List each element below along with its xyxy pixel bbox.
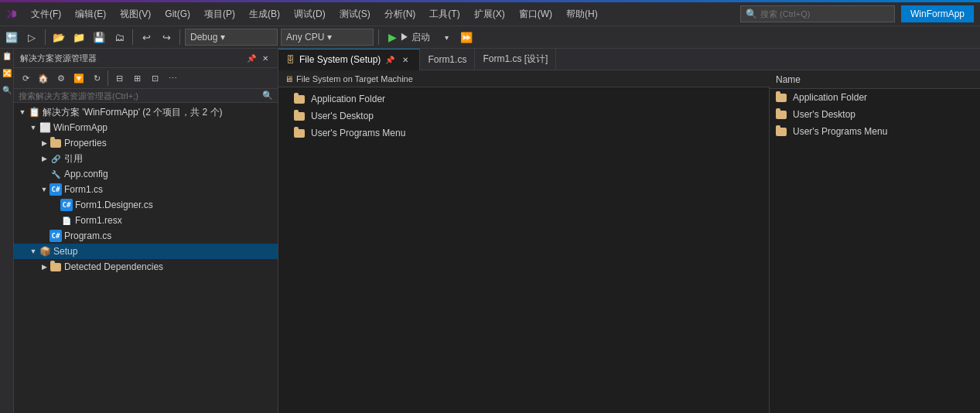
open-btn[interactable]: 📁 bbox=[70, 29, 87, 46]
tree-form1designer[interactable]: C# Form1.Designer.cs bbox=[14, 197, 278, 213]
props-appfolder-label: Application Folder bbox=[793, 92, 867, 103]
resx-icon: 📄 bbox=[60, 214, 73, 227]
expand-btn[interactable]: ⊞ bbox=[128, 70, 145, 87]
side-explorer-icon[interactable]: 📋 bbox=[2, 52, 12, 63]
menu-build[interactable]: 生成(B) bbox=[243, 5, 286, 24]
undo-btn[interactable]: ↩ bbox=[138, 29, 155, 46]
forward-btn[interactable]: ▷ bbox=[23, 29, 40, 46]
solution-explorer-panel: 解决方案资源管理器 📌 ✕ ⟳ 🏠 ⚙ 🔽 ↻ ⊟ ⊞ ⊡ ⋯ 🔍 ▼ bbox=[14, 49, 278, 413]
panel-search[interactable]: 🔍 bbox=[14, 89, 278, 103]
tree-solution[interactable]: ▼ 📋 解决方案 'WinFormApp' (2 个项目，共 2 个) bbox=[14, 104, 278, 120]
form1designer-label: Form1.Designer.cs bbox=[75, 200, 153, 210]
form1designer-icon: C# bbox=[60, 199, 73, 211]
menu-debug[interactable]: 调试(D) bbox=[288, 5, 332, 24]
settings-btn[interactable]: ⚙ bbox=[53, 70, 70, 87]
menu-help[interactable]: 帮助(H) bbox=[560, 5, 604, 24]
back-btn[interactable]: 🔙 bbox=[3, 29, 20, 46]
side-strip: 📋 🔀 🔍 bbox=[0, 49, 14, 413]
props-appfolder-icon bbox=[776, 94, 787, 102]
more-btn[interactable]: ⋯ bbox=[164, 70, 181, 87]
setup-icon: 📦 bbox=[39, 245, 51, 258]
fs-header-label: File System on Target Machine bbox=[296, 74, 413, 84]
panel-header: 解决方案资源管理器 📌 ✕ bbox=[14, 49, 278, 68]
menu-git[interactable]: Git(G) bbox=[159, 5, 196, 22]
menu-tools[interactable]: 工具(T) bbox=[423, 5, 466, 24]
tree-form1resx[interactable]: 📄 Form1.resx bbox=[14, 213, 278, 228]
main-layout: 📋 🔀 🔍 解决方案资源管理器 📌 ✕ ⟳ 🏠 ⚙ 🔽 ↻ ⊟ ⊞ ⊡ ⋯ � bbox=[0, 49, 980, 413]
arrow-setup: ▼ bbox=[28, 246, 39, 257]
collapse-btn[interactable]: ⊟ bbox=[111, 70, 128, 87]
props-programs-label: User's Programs Menu bbox=[793, 126, 887, 137]
vs-logo-icon bbox=[6, 8, 19, 20]
desktop-icon bbox=[294, 112, 305, 121]
props-item-appfolder[interactable]: Application Folder bbox=[770, 89, 980, 106]
tree-programcs[interactable]: C# Program.cs bbox=[14, 228, 278, 244]
arrow-solution: ▼ bbox=[17, 107, 28, 118]
menu-analyze[interactable]: 分析(N) bbox=[378, 5, 422, 24]
arrow-ref: ▶ bbox=[39, 153, 50, 164]
cpu-target-dropdown[interactable]: Any CPU ▾ bbox=[281, 29, 374, 46]
step-over-btn[interactable]: ⏩ bbox=[458, 29, 475, 46]
props-header-label: Name bbox=[776, 74, 801, 85]
side-search-icon[interactable]: 🔍 bbox=[2, 86, 12, 97]
tab-form1cs[interactable]: Form1.cs bbox=[420, 49, 475, 70]
run-button[interactable]: ▶ ▶ 启动 bbox=[384, 29, 435, 46]
search-box[interactable]: 🔍 bbox=[740, 5, 895, 22]
home-btn[interactable]: 🏠 bbox=[35, 70, 52, 87]
fs-item-appfolder[interactable]: Application Folder bbox=[278, 90, 769, 108]
tree-form1cs[interactable]: ▼ C# Form1.cs bbox=[14, 182, 278, 197]
appfolder-label: Application Folder bbox=[311, 94, 385, 104]
project-icon: ⬜ bbox=[39, 121, 51, 134]
pin-icon-tab: 📌 bbox=[385, 56, 394, 64]
props-item-programs[interactable]: User's Programs Menu bbox=[770, 123, 980, 140]
fs-item-programs[interactable]: User's Programs Menu bbox=[278, 125, 769, 142]
arrow-form1: ▼ bbox=[39, 184, 50, 195]
refresh-btn[interactable]: ↻ bbox=[88, 70, 105, 87]
menu-test[interactable]: 测试(S) bbox=[333, 5, 377, 24]
menu-edit[interactable]: 编辑(E) bbox=[69, 5, 112, 24]
form1cs-label: Form1.cs bbox=[64, 184, 103, 195]
search-input[interactable] bbox=[760, 9, 884, 19]
close-panel-icon[interactable]: ✕ bbox=[259, 52, 271, 64]
props-item-desktop[interactable]: User's Desktop bbox=[770, 106, 980, 123]
props-desktop-label: User's Desktop bbox=[793, 109, 855, 120]
deps-label: Detected Dependencies bbox=[64, 261, 163, 272]
panel-toolbar: ⟳ 🏠 ⚙ 🔽 ↻ ⊟ ⊞ ⊡ ⋯ bbox=[14, 68, 278, 89]
sync-btn[interactable]: ⟳ bbox=[17, 70, 34, 87]
panel-title: 解决方案资源管理器 bbox=[20, 53, 242, 64]
tree-references[interactable]: ▶ 🔗 引用 bbox=[14, 151, 278, 166]
side-git-icon[interactable]: 🔀 bbox=[2, 69, 12, 80]
run-dropdown-btn[interactable]: ▾ bbox=[438, 29, 455, 46]
props-btn[interactable]: ⊡ bbox=[146, 70, 163, 87]
solution-search-input[interactable] bbox=[19, 91, 259, 101]
menu-project[interactable]: 项目(P) bbox=[198, 5, 241, 24]
tree-setup[interactable]: ▼ 📦 Setup bbox=[14, 244, 278, 259]
new-project-btn[interactable]: 📂 bbox=[50, 29, 67, 46]
fs-item-desktop[interactable]: User's Desktop bbox=[278, 108, 769, 125]
tree-project-winformapp[interactable]: ▼ ⬜ WinFormApp bbox=[14, 120, 278, 135]
filter-btn[interactable]: 🔽 bbox=[70, 70, 87, 87]
menu-file[interactable]: 文件(F) bbox=[25, 5, 67, 24]
tab-form1cs-design[interactable]: Form1.cs [设计] bbox=[475, 49, 556, 70]
menu-window[interactable]: 窗口(W) bbox=[513, 5, 558, 24]
setup-label: Setup bbox=[53, 246, 77, 257]
menu-view[interactable]: 视图(V) bbox=[114, 5, 157, 24]
tree-properties[interactable]: ▶ Properties bbox=[14, 135, 278, 151]
tab-filesystem[interactable]: 🗄 File System (Setup) 📌 ✕ bbox=[278, 49, 420, 70]
desktop-label: User's Desktop bbox=[311, 111, 374, 121]
save-btn[interactable]: 💾 bbox=[90, 29, 108, 46]
separator-4 bbox=[378, 29, 379, 45]
pin-icon[interactable]: 📌 bbox=[245, 52, 258, 64]
tree-appconfig[interactable]: 🔧 App.config bbox=[14, 166, 278, 182]
tab-filesystem-close[interactable]: ✕ bbox=[399, 53, 411, 66]
content-area: 🖥 File System on Target Machine Applicat… bbox=[278, 70, 980, 413]
menu-extensions[interactable]: 扩展(X) bbox=[468, 5, 511, 24]
debug-config-dropdown[interactable]: Debug ▾ bbox=[185, 29, 278, 46]
tree-detected-deps[interactable]: ▶ Detected Dependencies bbox=[14, 259, 278, 275]
project-label: WinFormApp bbox=[53, 122, 108, 133]
save-all-btn[interactable]: 🗂 bbox=[111, 29, 128, 46]
file-system-panel: 🗄 File System (Setup) 📌 ✕ Form1.cs Form1… bbox=[278, 49, 980, 413]
properties-folder-icon bbox=[50, 137, 62, 149]
fs-header-icon: 🖥 bbox=[285, 74, 293, 84]
redo-btn[interactable]: ↪ bbox=[158, 29, 175, 46]
